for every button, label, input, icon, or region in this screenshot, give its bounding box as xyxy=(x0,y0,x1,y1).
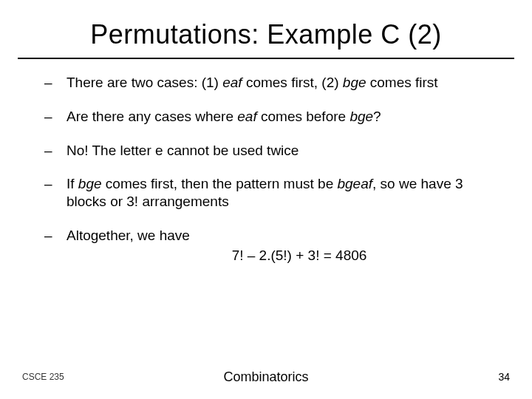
page-number: 34 xyxy=(498,371,510,383)
bullet-5: – Altogether, we have xyxy=(44,227,488,245)
bullet-3-text: No! The letter e cannot be used twice xyxy=(66,142,488,160)
bullet-5-text: Altogether, we have xyxy=(66,227,488,245)
b1-mid: comes first, (2) xyxy=(242,75,343,90)
b2-pre: Are there any cases where xyxy=(66,109,237,124)
b1-word2: bge xyxy=(343,75,366,90)
course-code: CSCE 235 xyxy=(22,372,64,382)
dash-icon: – xyxy=(44,227,66,245)
b4-mid1: comes first, then the pattern must be xyxy=(102,176,338,191)
formula-line: 7! – 2.(5!) + 3! = 4806 xyxy=(111,248,488,264)
dash-icon: – xyxy=(44,108,66,126)
footer: CSCE 235 Combinatorics 34 xyxy=(0,371,532,383)
bullet-1: – There are two cases: (1) eaf comes fir… xyxy=(44,74,488,92)
bullet-1-text: There are two cases: (1) eaf comes first… xyxy=(66,74,488,92)
b2-post: ? xyxy=(373,109,381,124)
topic-label: Combinatorics xyxy=(223,369,308,385)
dash-icon: – xyxy=(44,74,66,92)
bullet-4-text: If bge comes first, then the pattern mus… xyxy=(66,175,488,211)
bullet-3: – No! The letter e cannot be used twice xyxy=(44,142,488,160)
dash-icon: – xyxy=(44,175,66,193)
b1-word1: eaf xyxy=(222,75,242,90)
b2-word1: eaf xyxy=(237,109,256,124)
content-area: – There are two cases: (1) eaf comes fir… xyxy=(0,59,532,264)
dash-icon: – xyxy=(44,142,66,160)
b1-pre: There are two cases: (1) xyxy=(66,75,222,90)
bullet-4: – If bge comes first, then the pattern m… xyxy=(44,175,488,211)
b4-pre: If xyxy=(66,176,78,191)
b4-word1: bge xyxy=(78,176,102,191)
b4-word2: bgeaf xyxy=(337,176,372,191)
b1-post: comes first xyxy=(366,75,438,90)
b2-mid: comes before xyxy=(257,109,350,124)
bullet-2-text: Are there any cases where eaf comes befo… xyxy=(66,108,488,126)
slide: Permutations: Example C (2) – There are … xyxy=(0,0,532,399)
slide-title: Permutations: Example C (2) xyxy=(30,19,502,50)
b2-word2: bge xyxy=(349,109,373,124)
title-area: Permutations: Example C (2) xyxy=(0,0,532,50)
bullet-2: – Are there any cases where eaf comes be… xyxy=(44,108,488,126)
